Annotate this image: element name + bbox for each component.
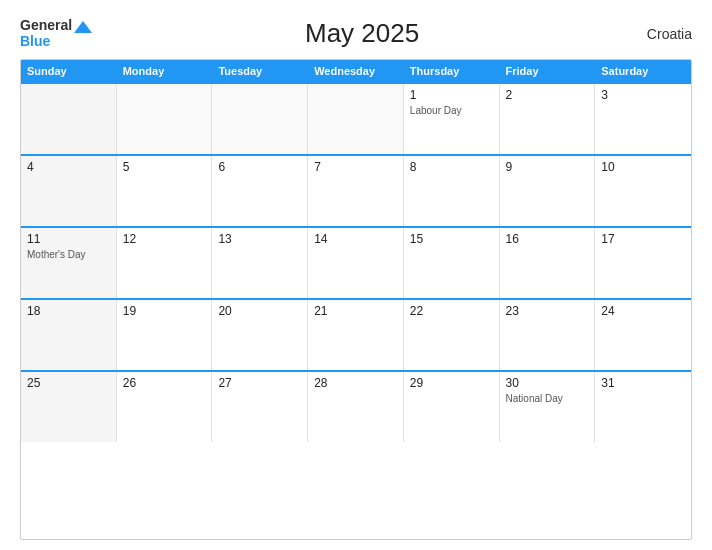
table-row: 1Labour Day <box>404 84 500 154</box>
table-row <box>117 84 213 154</box>
table-row: 15 <box>404 228 500 298</box>
day-number: 3 <box>601 88 685 102</box>
table-row <box>212 84 308 154</box>
logo-blue-text: Blue <box>20 34 50 49</box>
page-header: General Blue May 2025 Croatia <box>20 18 692 49</box>
week-row-2: 45678910 <box>21 154 691 226</box>
week-row-5: 252627282930National Day31 <box>21 370 691 442</box>
table-row: 28 <box>308 372 404 442</box>
table-row: 30National Day <box>500 372 596 442</box>
col-monday: Monday <box>117 60 213 82</box>
table-row: 3 <box>595 84 691 154</box>
day-number: 21 <box>314 304 397 318</box>
day-number: 2 <box>506 88 589 102</box>
table-row: 7 <box>308 156 404 226</box>
event-label: Mother's Day <box>27 248 110 261</box>
day-number: 29 <box>410 376 493 390</box>
day-number: 9 <box>506 160 589 174</box>
table-row: 23 <box>500 300 596 370</box>
day-number: 19 <box>123 304 206 318</box>
col-sunday: Sunday <box>21 60 117 82</box>
week-row-1: 1Labour Day23 <box>21 82 691 154</box>
table-row: 11Mother's Day <box>21 228 117 298</box>
day-number: 7 <box>314 160 397 174</box>
day-number: 25 <box>27 376 110 390</box>
day-number: 12 <box>123 232 206 246</box>
logo: General Blue <box>20 18 92 49</box>
week-row-3: 11Mother's Day121314151617 <box>21 226 691 298</box>
table-row: 12 <box>117 228 213 298</box>
day-number: 16 <box>506 232 589 246</box>
table-row: 24 <box>595 300 691 370</box>
col-friday: Friday <box>500 60 596 82</box>
table-row: 31 <box>595 372 691 442</box>
col-tuesday: Tuesday <box>212 60 308 82</box>
calendar-page: General Blue May 2025 Croatia Sunday Mon… <box>0 0 712 550</box>
day-number: 30 <box>506 376 589 390</box>
table-row: 13 <box>212 228 308 298</box>
col-saturday: Saturday <box>595 60 691 82</box>
table-row <box>21 84 117 154</box>
calendar: Sunday Monday Tuesday Wednesday Thursday… <box>20 59 692 540</box>
table-row: 29 <box>404 372 500 442</box>
logo-flag-icon <box>74 19 92 33</box>
day-number: 17 <box>601 232 685 246</box>
day-number: 8 <box>410 160 493 174</box>
day-number: 11 <box>27 232 110 246</box>
table-row <box>308 84 404 154</box>
table-row: 16 <box>500 228 596 298</box>
country-label: Croatia <box>632 26 692 42</box>
day-number: 4 <box>27 160 110 174</box>
table-row: 26 <box>117 372 213 442</box>
table-row: 4 <box>21 156 117 226</box>
day-number: 22 <box>410 304 493 318</box>
col-thursday: Thursday <box>404 60 500 82</box>
day-number: 18 <box>27 304 110 318</box>
event-label: Labour Day <box>410 104 493 117</box>
table-row: 14 <box>308 228 404 298</box>
table-row: 22 <box>404 300 500 370</box>
col-wednesday: Wednesday <box>308 60 404 82</box>
calendar-header: Sunday Monday Tuesday Wednesday Thursday… <box>21 60 691 82</box>
month-title: May 2025 <box>92 18 632 49</box>
table-row: 19 <box>117 300 213 370</box>
event-label: National Day <box>506 392 589 405</box>
table-row: 8 <box>404 156 500 226</box>
day-number: 13 <box>218 232 301 246</box>
table-row: 6 <box>212 156 308 226</box>
day-number: 6 <box>218 160 301 174</box>
day-number: 1 <box>410 88 493 102</box>
day-number: 20 <box>218 304 301 318</box>
day-number: 24 <box>601 304 685 318</box>
table-row: 21 <box>308 300 404 370</box>
day-number: 5 <box>123 160 206 174</box>
day-number: 14 <box>314 232 397 246</box>
day-number: 15 <box>410 232 493 246</box>
table-row: 10 <box>595 156 691 226</box>
table-row: 20 <box>212 300 308 370</box>
table-row: 2 <box>500 84 596 154</box>
day-number: 28 <box>314 376 397 390</box>
day-number: 26 <box>123 376 206 390</box>
table-row: 25 <box>21 372 117 442</box>
day-number: 10 <box>601 160 685 174</box>
table-row: 9 <box>500 156 596 226</box>
table-row: 17 <box>595 228 691 298</box>
day-number: 31 <box>601 376 685 390</box>
table-row: 5 <box>117 156 213 226</box>
calendar-body: 1Labour Day234567891011Mother's Day12131… <box>21 82 691 442</box>
week-row-4: 18192021222324 <box>21 298 691 370</box>
table-row: 27 <box>212 372 308 442</box>
day-number: 27 <box>218 376 301 390</box>
table-row: 18 <box>21 300 117 370</box>
logo-general-text: General <box>20 18 72 33</box>
day-number: 23 <box>506 304 589 318</box>
